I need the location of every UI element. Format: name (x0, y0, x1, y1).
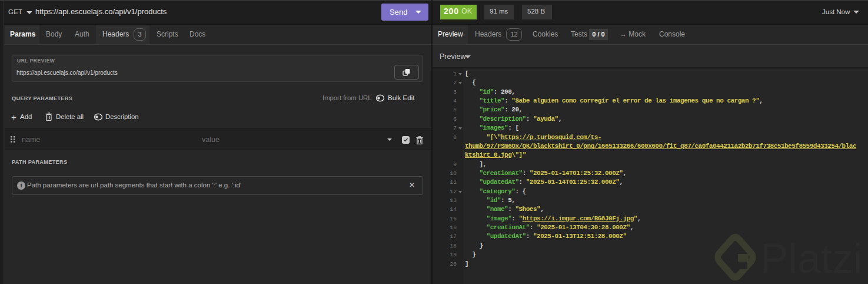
svg-text:Platzi: Platzi (760, 235, 863, 282)
